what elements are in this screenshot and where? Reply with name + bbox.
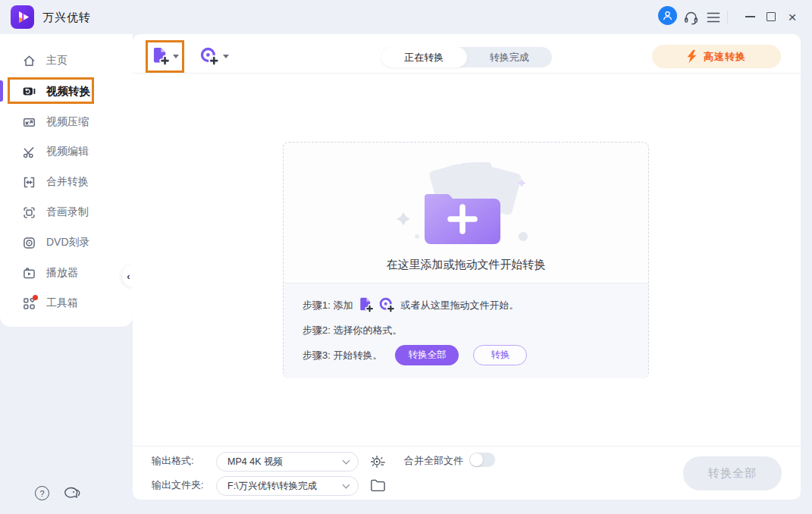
menu-icon[interactable] [704,8,723,27]
sidebar-item-dvd-burn[interactable]: DVD刻录 [0,227,133,258]
sidebar-item-label: 音画录制 [46,205,89,219]
convert-all-pill-button[interactable]: 转换全部 [395,345,459,365]
step-3-text: 步骤3: 开始转换。 [303,349,382,362]
merge-icon [23,176,36,189]
sidebar-item-home[interactable]: 主页 [0,45,133,76]
sidebar-item-video-convert[interactable]: 视频转换 [0,76,133,106]
collapse-arrow-icon: ‹ [127,271,130,282]
file-dropzone[interactable]: 在这里添加或拖动文件开始转换 步骤1: 添加 或者从这里拖动文件开始。 [283,142,649,378]
dvd-icon [23,237,36,249]
output-format-value: MP4 4K 视频 [227,456,343,469]
add-disc-icon [200,47,219,66]
video-compress-icon [23,116,36,129]
user-avatar-icon[interactable] [658,6,677,25]
annotation-highlight-sidebar [8,77,94,104]
lightning-icon [687,50,697,63]
tab-converting[interactable]: 正在转换 [381,47,467,67]
toggle-knob [470,453,483,466]
sidebar-item-player[interactable]: 播放器 [0,258,133,288]
add-disc-icon[interactable] [379,297,395,313]
folder-icon[interactable] [369,477,386,494]
step-3: 步骤3: 开始转换。 转换全部 转换 [303,345,648,365]
output-format-select[interactable]: MP4 4K 视频 [216,452,359,472]
merge-all-toggle[interactable] [469,453,495,467]
folder-plus-illustration [394,162,538,256]
sidebar-item-label: 视频压缩 [46,115,89,129]
sidebar-item-toolbox[interactable]: 工具箱 [0,288,133,318]
sidebar-item-video-edit[interactable]: 视频编辑 [0,136,133,167]
step-2: 步骤2: 选择你的格式。 [303,320,648,340]
sidebar-item-label: 播放器 [46,266,78,280]
merge-all-label: 合并全部文件 [404,454,463,468]
main-panel: 正在转换 转换完成 高速转换 [133,34,801,500]
feedback-button[interactable] [64,487,81,504]
app-title: 万兴优转 [42,11,91,25]
sidebar-item-label: 主页 [46,54,67,67]
feedback-icon [64,487,81,501]
video-convert-icon [23,85,36,98]
add-file-icon[interactable] [358,297,374,313]
annotation-highlight-add-file[interactable] [146,40,184,73]
sidebar-item-record[interactable]: 音画录制 [0,197,133,227]
add-disc-button[interactable] [193,40,236,73]
notification-badge [33,295,38,300]
toolbox-icon [23,297,36,310]
format-settings-gear-icon[interactable] [369,453,386,469]
player-icon [23,267,36,280]
tab-converted[interactable]: 转换完成 [467,47,553,67]
sidebar-item-label: 视频编辑 [46,145,89,158]
speed-button-label: 高速转换 [704,50,746,64]
dropzone-steps: 步骤1: 添加 或者从这里拖动文件开始。 步骤2: 选择你的格式。 [284,283,648,378]
titlebar: 万兴优转 × [0,0,812,34]
close-icon[interactable]: × [782,6,803,27]
sidebar-item-merge-convert[interactable]: 合并转换 [0,167,133,197]
sidebar-item-label: 工具箱 [46,296,78,310]
step-1-text: 步骤1: 添加 [303,299,353,312]
output-folder-value: F:\万兴优转\转换完成 [227,480,343,493]
help-button[interactable]: ? [35,486,49,500]
scissors-icon [23,146,36,158]
high-speed-convert-button[interactable]: 高速转换 [652,45,781,68]
headset-icon[interactable] [682,8,700,27]
titlebar-divider [727,11,728,24]
record-icon [23,206,36,219]
step-1: 步骤1: 添加 或者从这里拖动文件开始。 [303,295,648,315]
dropzone-title: 在这里添加或拖动文件开始转换 [284,258,648,272]
chevron-down-icon [343,481,350,488]
sidebar: 主页 视频转换 视频压缩 视频编辑 [0,34,133,327]
minimize-icon[interactable] [739,6,760,27]
chevron-down-icon [173,55,179,58]
sidebar-item-video-compress[interactable]: 视频压缩 [0,107,133,137]
chevron-down-icon [223,55,229,58]
question-icon: ? [39,489,44,498]
step-2-text: 步骤2: 选择你的格式。 [303,324,402,337]
active-indicator [0,80,3,102]
app-window: { "window": { "title": "万兴优转" }, "sideba… [0,0,812,514]
output-folder-label: 输出文件夹: [152,478,204,492]
sidebar-item-label: DVD刻录 [46,236,90,249]
sidebar-item-label: 合并转换 [46,175,89,189]
dropzone-upper: 在这里添加或拖动文件开始转换 [284,143,648,283]
convert-pill-button[interactable]: 转换 [473,345,527,365]
add-file-icon [151,47,170,66]
chevron-down-icon [343,456,350,464]
content-toolbar: 正在转换 转换完成 高速转换 [133,34,801,74]
maximize-icon[interactable] [760,6,782,27]
output-format-label: 输出格式: [152,454,194,468]
output-settings-bar: 输出格式: MP4 4K 视频 合并全部文件 输出文件夹: F:\万兴优转\转换… [133,446,801,500]
home-icon [23,55,36,67]
output-folder-select[interactable]: F:\万兴优转\转换完成 [216,476,359,496]
app-logo-icon [11,5,34,29]
convert-status-tabs: 正在转换 转换完成 [381,47,552,67]
step-1-suffix: 或者从这里拖动文件开始。 [400,299,519,312]
convert-all-button[interactable]: 转换全部 [683,456,782,490]
